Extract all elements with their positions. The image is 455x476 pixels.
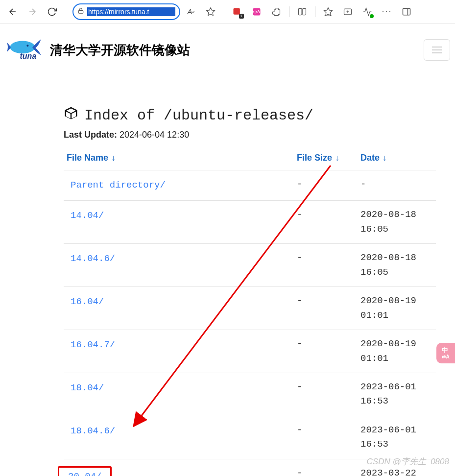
table-row: 16.04.7/-2020-08-19 01:01	[64, 330, 436, 373]
performance-icon[interactable]	[359, 3, 376, 21]
tuna-logo[interactable]: tuna	[5, 35, 44, 65]
file-size: -	[294, 416, 358, 459]
extensions-icon[interactable]	[267, 3, 285, 21]
svg-point-12	[10, 41, 35, 54]
file-size: -	[294, 201, 358, 244]
file-size: -	[294, 459, 358, 476]
last-update: Last Update: 2024-06-04 12:30	[64, 130, 445, 140]
table-row: 18.04.6/-2023-06-01 16:53	[64, 416, 436, 459]
file-date: 2023-06-01 16:53	[358, 416, 436, 459]
refresh-button[interactable]	[43, 3, 61, 21]
file-link[interactable]: 16.04.7/	[67, 339, 119, 350]
file-link[interactable]: 16.04/	[67, 296, 108, 307]
file-link[interactable]: 14.04.6/	[67, 253, 119, 264]
col-size-header[interactable]: File Size↓	[294, 149, 358, 170]
toolbar-divider	[315, 6, 315, 17]
file-link[interactable]: 20.04/	[67, 471, 112, 476]
svg-rect-4	[299, 8, 302, 15]
extension-blocker-icon[interactable]: 1	[228, 3, 246, 21]
table-row: 14.04.6/-2020-08-18 16:05	[64, 244, 436, 287]
file-size: -	[294, 170, 358, 201]
sidebar-toggle-icon[interactable]	[398, 3, 415, 21]
file-size: -	[294, 244, 358, 287]
file-link[interactable]: 18.04/	[67, 382, 108, 393]
file-size: -	[294, 373, 358, 416]
translate-ext-icon[interactable]: 中A	[248, 3, 265, 21]
site-title: 清华大学开源软件镜像站	[50, 42, 190, 59]
table-row: 18.04/-2023-06-01 16:53	[64, 373, 436, 416]
forward-button[interactable]	[24, 3, 41, 21]
browser-toolbar: https://mirrors.tuna.t A» 1 中A ···	[0, 0, 455, 24]
sort-arrow-icon: ↓	[111, 153, 116, 163]
extension-badge: 1	[239, 14, 244, 19]
address-bar[interactable]: https://mirrors.tuna.t	[72, 3, 180, 20]
svg-rect-10	[403, 8, 410, 15]
collections-icon[interactable]	[339, 3, 357, 21]
file-link[interactable]: Parent directory/	[67, 180, 169, 190]
split-screen-icon[interactable]	[293, 3, 311, 21]
file-date: 2020-08-19 01:01	[358, 287, 436, 330]
more-icon[interactable]: ···	[378, 3, 396, 21]
last-update-value: 2024-06-04 12:30	[120, 130, 189, 140]
translate-icon: 中⇄A	[442, 347, 449, 359]
svg-point-13	[26, 45, 28, 47]
sort-arrow-icon: ↓	[335, 153, 339, 163]
page-title: Index of /ubuntu-releases/	[64, 106, 445, 125]
file-link[interactable]: 18.04.6/	[67, 426, 119, 436]
main-content: Index of /ubuntu-releases/ Last Update: …	[0, 76, 455, 476]
index-path: /ubuntu-releases/	[164, 107, 313, 124]
read-aloud-icon[interactable]: A»	[182, 3, 200, 21]
back-button[interactable]	[4, 3, 22, 21]
file-date: 2023-06-01 16:53	[358, 373, 436, 416]
table-row: Parent directory/--	[64, 170, 436, 201]
url-text[interactable]: https://mirrors.tuna.t	[87, 7, 175, 16]
lock-icon	[77, 7, 84, 16]
favorite-icon[interactable]	[202, 3, 219, 21]
watermark: CSDN @李先生_0808	[367, 456, 449, 467]
svg-rect-5	[303, 8, 306, 15]
file-table: File Name↓ File Size↓ Date↓ Parent direc…	[64, 149, 436, 476]
svg-rect-0	[78, 10, 83, 13]
file-size: -	[294, 287, 358, 330]
file-size: -	[294, 330, 358, 373]
table-row: 14.04/-2020-08-18 16:05	[64, 201, 436, 244]
col-date-header[interactable]: Date↓	[358, 149, 436, 170]
file-date: 2020-08-19 01:01	[358, 330, 436, 373]
file-date: 2020-08-18 16:05	[358, 201, 436, 244]
table-row: 16.04/-2020-08-19 01:01	[64, 287, 436, 330]
translate-float-button[interactable]: 中⇄A	[436, 343, 455, 363]
toolbar-divider	[289, 6, 289, 17]
index-prefix: Index of	[84, 107, 155, 124]
last-update-label: Last Update:	[64, 130, 117, 140]
sort-arrow-icon: ↓	[383, 153, 387, 163]
hamburger-menu[interactable]	[424, 39, 450, 61]
site-header: tuna 清华大学开源软件镜像站	[0, 24, 455, 76]
file-date: -	[358, 170, 436, 201]
svg-text:tuna: tuna	[20, 52, 36, 60]
cube-icon	[64, 106, 78, 125]
file-date: 2020-08-18 16:05	[358, 244, 436, 287]
file-link[interactable]: 14.04/	[67, 210, 108, 221]
svg-text:中A: 中A	[253, 9, 260, 14]
favorites-bar-icon[interactable]	[319, 3, 337, 21]
svg-rect-1	[234, 8, 240, 14]
col-name-header[interactable]: File Name↓	[64, 149, 294, 170]
